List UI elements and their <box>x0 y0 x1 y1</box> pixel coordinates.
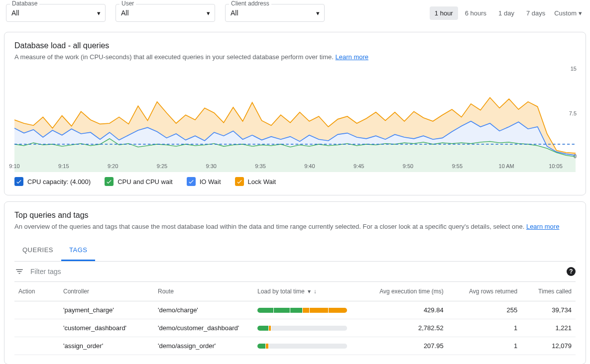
cell-controller: 'customer_dashboard' <box>59 319 154 337</box>
cell-route: 'demo/customer_dashboard' <box>154 319 253 337</box>
load-bar <box>257 344 347 349</box>
database-filter: Database All ▾ <box>6 4 106 22</box>
help-icon[interactable]: ? <box>567 267 576 276</box>
time-6hours[interactable]: 6 hours <box>460 6 491 20</box>
col-avg-rows[interactable]: Avg rows returned <box>448 282 522 301</box>
time-1day[interactable]: 1 day <box>493 6 519 20</box>
cell-avg-exec: 429.84 <box>353 301 448 319</box>
user-filter-label: User <box>119 0 136 7</box>
top-queries-panel: Top queries and tags An overview of the … <box>4 201 586 364</box>
legend-cpu-capacity[interactable]: CPU capacity: (4.000) <box>14 177 91 186</box>
checkbox-checked-icon <box>105 177 114 186</box>
checkbox-checked-icon <box>187 177 196 186</box>
cell-route: 'demo/charge' <box>154 301 253 319</box>
legend-io-wait[interactable]: IO Wait <box>187 177 221 186</box>
checkbox-checked-icon <box>14 177 23 186</box>
x-axis-labels: 9:109:159:209:259:309:359:409:459:509:55… <box>14 163 556 172</box>
table-row[interactable]: 'customer_dashboard''demo/customer_dashb… <box>14 319 576 337</box>
database-load-panel: Database load - all queries A measure of… <box>4 32 586 195</box>
chart-area: 15 7.5 0 9:109:159:209:259:309:359:409:4… <box>14 68 576 172</box>
load-chart <box>14 68 576 172</box>
learn-more-link[interactable]: Learn more <box>336 53 368 61</box>
tab-queries[interactable]: QUERIES <box>14 240 61 261</box>
col-load[interactable]: Load by total time ▾ ↓ <box>253 282 353 301</box>
col-action[interactable]: Action <box>14 282 59 301</box>
panel-title: Top queries and tags <box>14 211 576 220</box>
cell-avg-rows: 1 <box>448 337 522 355</box>
cell-avg-rows: 1 <box>448 319 522 337</box>
panel-subtitle: An overview of the queries and tags that… <box>14 223 576 230</box>
filter-input[interactable] <box>30 268 561 275</box>
col-times-called[interactable]: Times called <box>521 282 576 301</box>
cell-times-called: 39,734 <box>521 301 576 319</box>
col-controller[interactable]: Controller <box>59 282 154 301</box>
client-filter: Client address All ▾ <box>225 4 325 22</box>
cell-avg-exec: 2,782.52 <box>353 319 448 337</box>
time-custom[interactable]: Custom ▾ <box>552 6 584 20</box>
cell-times-called: 1,221 <box>521 319 576 337</box>
client-filter-label: Client address <box>229 0 271 7</box>
arrow-down-icon: ↓ <box>314 288 317 295</box>
sort-desc-icon: ▾ <box>308 288 311 295</box>
cell-avg-rows: 255 <box>448 301 522 319</box>
col-route[interactable]: Route <box>154 282 253 301</box>
time-range-selector: 1 hour 6 hours 1 day 7 days Custom ▾ <box>430 6 584 20</box>
chevron-down-icon: ▾ <box>579 9 582 17</box>
table-row[interactable]: 'payment_charge''demo/charge'429.8425539… <box>14 301 576 319</box>
panel-subtitle: A measure of the work (in CPU-seconds) t… <box>14 53 576 61</box>
tab-tags[interactable]: TAGS <box>61 240 95 261</box>
checkbox-checked-icon <box>235 177 244 186</box>
panel-title: Database load - all queries <box>14 41 576 50</box>
user-filter: User All ▾ <box>116 4 215 22</box>
learn-more-link[interactable]: Learn more <box>526 223 559 230</box>
filter-icon[interactable] <box>14 267 24 276</box>
y-axis-labels: 15 7.5 0 <box>559 68 577 157</box>
cell-avg-exec: 207.95 <box>353 337 448 355</box>
cell-times-called: 12,079 <box>521 337 576 355</box>
col-avg-exec[interactable]: Avg execution time (ms) <box>353 282 448 301</box>
time-1hour[interactable]: 1 hour <box>430 6 458 20</box>
legend-lock-wait[interactable]: Lock Wait <box>235 177 276 186</box>
time-7days[interactable]: 7 days <box>521 6 550 20</box>
database-filter-label: Database <box>10 0 39 7</box>
table-row[interactable]: 'assign_order''demo/assign_order'207.951… <box>14 337 576 355</box>
legend-cpu-wait[interactable]: CPU and CPU wait <box>105 177 173 186</box>
chart-legend: CPU capacity: (4.000) CPU and CPU wait I… <box>14 177 576 186</box>
cell-route: 'demo/assign_order' <box>154 337 253 355</box>
cell-controller: 'assign_order' <box>59 337 154 355</box>
tabs: QUERIES TAGS <box>14 240 576 262</box>
tags-table: Action Controller Route Load by total ti… <box>14 282 576 355</box>
cell-controller: 'payment_charge' <box>59 301 154 319</box>
load-bar <box>257 326 347 331</box>
load-bar <box>257 308 347 313</box>
